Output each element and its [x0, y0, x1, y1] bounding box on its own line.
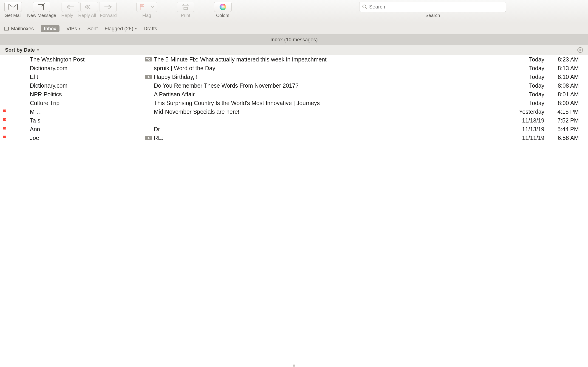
message-row[interactable]: Joe TORE: 11/11/196:58 AM: [0, 133, 588, 142]
message-date: 11/13/19: [508, 117, 549, 124]
message-date: Today: [508, 91, 549, 98]
new-message-label: New Message: [27, 13, 56, 18]
fav-flagged[interactable]: Flagged (28) ▾: [105, 26, 137, 32]
compose-icon: [38, 3, 45, 10]
message-row[interactable]: Dictionary.comspruik | Word of the DayTo…: [0, 64, 588, 73]
printer-icon: [182, 4, 190, 10]
envelope-icon: [9, 4, 18, 10]
get-mail-label: Get Mail: [5, 13, 22, 18]
message-row[interactable]: AnnDr 11/13/195:44 PM: [0, 125, 588, 133]
svg-rect-0: [9, 4, 17, 10]
message-subject: A Partisan Affair: [154, 91, 508, 98]
search-label: Search: [425, 13, 440, 18]
flag-menu-button[interactable]: [148, 2, 157, 12]
message-sender: M …: [30, 108, 140, 115]
flag-icon: [2, 118, 7, 123]
message-flag-cell: [0, 109, 9, 114]
flag-icon: [2, 109, 7, 114]
inbox-header: Inbox (10 messages): [0, 34, 588, 45]
fav-vips[interactable]: VIPs ▾: [66, 26, 80, 32]
svg-point-6: [220, 4, 226, 10]
message-flag-cell: [0, 135, 9, 140]
message-sender: Joe: [30, 135, 140, 141]
search-group: Search: [359, 2, 506, 18]
search-field[interactable]: [359, 2, 506, 12]
message-sender: Dictionary.com: [30, 65, 140, 72]
flag-group: Flag: [136, 2, 158, 18]
message-row[interactable]: Culture TripThis Surprising Country Is t…: [0, 99, 588, 107]
chevron-down-icon: ▾: [37, 48, 39, 52]
message-time: 8:00 AM: [549, 100, 586, 106]
chevron-down-icon: ▾: [135, 27, 137, 31]
message-sender: Ann: [30, 126, 140, 133]
message-row[interactable]: M …Mid-November Specials are here!Yester…: [0, 107, 588, 116]
reply-labels: Reply Reply All Forward: [61, 13, 117, 18]
message-row[interactable]: The Washington PostTOThe 5-Minute Fix: W…: [0, 55, 588, 64]
message-to-cell: TO: [140, 75, 154, 79]
message-to-cell: TO: [140, 136, 154, 140]
sort-button[interactable]: Sort by Date ▾: [5, 47, 39, 53]
to-badge: TO: [145, 57, 152, 61]
print-button[interactable]: [177, 2, 194, 12]
message-time: 8:01 AM: [549, 91, 586, 98]
colors-label: Colors: [216, 13, 229, 18]
message-row[interactable]: Dictionary.comDo You Remember These Word…: [0, 81, 588, 90]
reply-group: Reply Reply All Forward: [61, 2, 117, 18]
reply-all-icon: [85, 4, 94, 9]
fav-flagged-label: Flagged (28): [105, 26, 133, 32]
color-wheel-icon: [219, 3, 226, 10]
reply-button[interactable]: [61, 2, 79, 12]
message-date: 11/13/19: [508, 126, 549, 133]
message-subject: Dr: [154, 126, 508, 133]
resize-handle[interactable]: [0, 364, 588, 367]
new-message-button[interactable]: [33, 2, 50, 12]
message-subject: Do You Remember These Words From Novembe…: [154, 82, 508, 89]
message-date: Today: [508, 100, 549, 106]
filter-button[interactable]: ≡: [578, 47, 583, 53]
fav-inbox[interactable]: Inbox: [41, 25, 60, 32]
message-row[interactable]: Ta s 11/13/197:52 PM: [0, 116, 588, 125]
chevron-down-icon: ▾: [79, 27, 80, 31]
svg-rect-5: [184, 7, 187, 10]
message-list: The Washington PostTOThe 5-Minute Fix: W…: [0, 55, 588, 142]
search-input[interactable]: [369, 4, 503, 10]
message-date: Yesterday: [508, 108, 549, 115]
message-time: 4:15 PM: [549, 108, 586, 115]
get-mail-button[interactable]: [4, 2, 22, 12]
search-icon: [362, 4, 367, 9]
fav-drafts[interactable]: Drafts: [144, 26, 157, 32]
fav-sent[interactable]: Sent: [87, 26, 98, 32]
message-row[interactable]: El tTOHappy Birthday, !Today8:10 AM: [0, 73, 588, 81]
to-badge: TO: [145, 75, 152, 79]
message-time: 8:10 AM: [549, 74, 586, 80]
message-sender: El t: [30, 74, 140, 80]
svg-rect-4: [182, 5, 189, 8]
flag-button[interactable]: [137, 2, 148, 12]
message-sender: The Washington Post: [30, 56, 140, 63]
message-time: 8:13 AM: [549, 65, 586, 72]
message-row[interactable]: NPR PoliticsA Partisan AffairToday8:01 A…: [0, 90, 588, 99]
favorites-bar: Mailboxes Inbox VIPs ▾ Sent Flagged (28)…: [0, 23, 588, 34]
svg-line-8: [365, 8, 367, 9]
colors-button[interactable]: [214, 2, 232, 12]
message-to-cell: TO: [140, 57, 154, 61]
message-date: 11/11/19: [508, 135, 549, 141]
message-sender: NPR Politics: [30, 91, 140, 98]
message-date: Today: [508, 82, 549, 89]
reply-all-button[interactable]: [80, 2, 98, 12]
sort-row: Sort by Date ▾ ≡: [0, 45, 588, 55]
message-sender: Dictionary.com: [30, 82, 140, 89]
forward-button[interactable]: [99, 2, 117, 12]
reply-icon: [66, 4, 74, 9]
mailboxes-toggle[interactable]: Mailboxes: [4, 26, 34, 32]
message-date: Today: [508, 56, 549, 63]
to-badge: TO: [145, 136, 152, 140]
message-date: Today: [508, 65, 549, 72]
message-time: 8:23 AM: [549, 56, 586, 63]
message-time: 8:08 AM: [549, 82, 586, 89]
forward-icon: [104, 4, 112, 9]
message-subject: This Surprising Country Is the World's M…: [154, 100, 508, 106]
filter-icon: ≡: [579, 48, 581, 52]
message-time: 6:58 AM: [549, 135, 586, 141]
message-subject: RE:: [154, 135, 508, 141]
